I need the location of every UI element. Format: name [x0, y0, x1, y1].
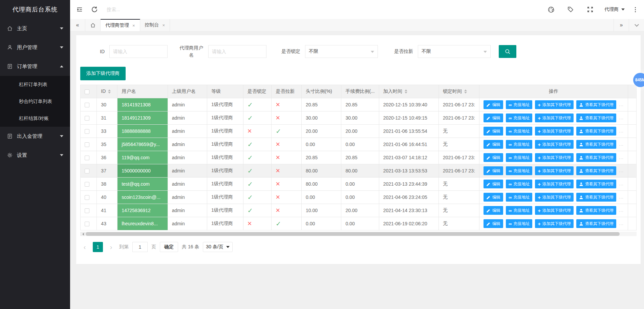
row-checkbox[interactable] — [85, 195, 89, 200]
action-link-button[interactable]: ∞充值地址 — [506, 114, 532, 122]
action-person-button[interactable]: 查看其下级代理 — [576, 100, 616, 109]
row-checkbox[interactable] — [85, 222, 89, 226]
action-pencil-button[interactable]: 编辑 — [484, 100, 503, 109]
action-plus-button[interactable]: +添加其下级代理 — [535, 219, 574, 228]
page-size-select[interactable]: 30 条/页 — [203, 242, 232, 252]
tabs-scroll-left-icon[interactable]: « — [70, 19, 85, 31]
more-actions-ellipsis[interactable]: ... — [619, 181, 624, 186]
pullnew-filter-select[interactable]: 不限 — [418, 45, 491, 58]
tab-home[interactable] — [85, 19, 101, 31]
close-icon[interactable]: × — [163, 23, 165, 27]
action-person-button[interactable]: 查看其下级代理 — [576, 219, 616, 228]
more-actions-ellipsis[interactable]: ... — [619, 128, 624, 133]
action-person-button[interactable]: 查看其下级代理 — [576, 127, 616, 136]
row-checkbox[interactable] — [85, 103, 89, 107]
lock-filter-select[interactable]: 不限 — [305, 45, 378, 58]
row-checkbox[interactable] — [85, 116, 89, 121]
user-menu[interactable]: 代理商 — [602, 6, 627, 13]
tab-0[interactable]: 代理商管理× — [101, 19, 140, 31]
action-link-button[interactable]: ∞充值地址 — [506, 219, 532, 228]
sidebar-item-0[interactable]: 主页 — [0, 19, 70, 38]
select-all-checkbox[interactable] — [85, 89, 89, 94]
tabs-scroll-right-icon[interactable]: » — [614, 19, 629, 31]
sidebar-item-2[interactable]: 订单管理 — [0, 57, 70, 76]
action-pencil-button[interactable]: 编辑 — [484, 153, 503, 162]
more-actions-ellipsis[interactable]: ... — [619, 168, 624, 173]
action-link-button[interactable]: ∞充值地址 — [506, 127, 532, 136]
action-person-button[interactable]: 查看其下级代理 — [576, 114, 616, 122]
theme-palette-icon[interactable] — [543, 0, 558, 19]
scrollbar-thumb[interactable] — [86, 232, 620, 236]
sort-icon[interactable] — [108, 88, 111, 95]
row-checkbox[interactable] — [85, 129, 89, 134]
action-link-button[interactable]: ∞充值地址 — [506, 100, 532, 109]
submenu-item[interactable]: 杠杆订单列表 — [0, 76, 70, 93]
next-page-button[interactable]: › — [107, 242, 115, 252]
action-link-button[interactable]: ∞充值地址 — [506, 153, 532, 162]
action-plus-button[interactable]: +添加其下级代理 — [535, 193, 574, 202]
row-checkbox[interactable] — [85, 182, 89, 187]
action-pencil-button[interactable]: 编辑 — [484, 140, 503, 149]
goto-page-input[interactable] — [132, 242, 148, 252]
sidebar-item-1[interactable]: 用户管理 — [0, 38, 70, 57]
more-actions-ellipsis[interactable]: ... — [619, 208, 624, 213]
more-actions-ellipsis[interactable]: ... — [619, 115, 624, 120]
more-actions-ellipsis[interactable]: ... — [619, 221, 624, 226]
action-pencil-button[interactable]: 编辑 — [484, 166, 503, 175]
action-plus-button[interactable]: +添加其下级代理 — [535, 180, 574, 188]
prev-page-button[interactable]: ‹ — [80, 242, 89, 252]
refresh-icon[interactable] — [87, 0, 102, 19]
more-actions-ellipsis[interactable]: ... — [619, 102, 624, 107]
action-plus-button[interactable]: +添加其下级代理 — [535, 100, 574, 109]
page-1-button[interactable]: 1 — [93, 242, 103, 252]
row-checkbox[interactable] — [85, 208, 89, 213]
close-icon[interactable]: × — [132, 23, 135, 28]
submenu-item[interactable]: 杠杆结算/对账 — [0, 110, 70, 127]
id-input[interactable] — [109, 45, 168, 58]
action-plus-button[interactable]: +添加其下级代理 — [535, 206, 574, 215]
action-pencil-button[interactable]: 编辑 — [484, 114, 503, 122]
action-plus-button[interactable]: +添加其下级代理 — [535, 140, 574, 149]
action-link-button[interactable]: ∞充值地址 — [506, 166, 532, 175]
row-checkbox[interactable] — [85, 156, 89, 160]
tag-icon[interactable] — [563, 0, 578, 19]
sidebar-item-3[interactable]: 出入金管理 — [0, 127, 70, 146]
agent-username-input[interactable] — [208, 45, 266, 58]
add-sub-agent-button[interactable]: 添加下级代理商 — [80, 67, 126, 80]
action-link-button[interactable]: ∞充值地址 — [506, 180, 532, 188]
action-plus-button[interactable]: +添加其下级代理 — [535, 166, 574, 175]
action-plus-button[interactable]: +添加其下级代理 — [535, 153, 574, 162]
collapse-sidebar-icon[interactable] — [72, 0, 87, 19]
sort-icon[interactable] — [464, 88, 467, 95]
action-pencil-button[interactable]: 编辑 — [484, 193, 503, 202]
horizontal-scrollbar[interactable] — [80, 232, 637, 236]
search-button[interactable] — [499, 45, 516, 58]
scroll-left-arrow-icon[interactable] — [80, 232, 85, 236]
action-person-button[interactable]: 查看其下级代理 — [576, 193, 616, 202]
action-pencil-button[interactable]: 编辑 — [484, 180, 503, 188]
action-link-button[interactable]: ∞充值地址 — [506, 206, 532, 215]
confirm-page-button[interactable]: 确定 — [160, 242, 178, 252]
row-checkbox[interactable] — [85, 142, 89, 147]
fullscreen-icon[interactable] — [583, 0, 598, 19]
tab-1[interactable]: 控制台× — [140, 19, 170, 31]
action-person-button[interactable]: 查看其下级代理 — [576, 206, 616, 215]
action-link-button[interactable]: ∞充值地址 — [506, 193, 532, 202]
more-actions-ellipsis[interactable]: ... — [619, 155, 624, 160]
action-link-button[interactable]: ∞充值地址 — [506, 140, 532, 149]
search-input[interactable] — [107, 7, 181, 12]
action-person-button[interactable]: 查看其下级代理 — [576, 140, 616, 149]
sort-icon[interactable] — [405, 88, 407, 95]
tabs-menu-icon[interactable] — [629, 19, 644, 31]
more-actions-ellipsis[interactable]: ... — [619, 142, 624, 147]
action-person-button[interactable]: 查看其下级代理 — [576, 153, 616, 162]
more-actions-ellipsis[interactable]: ... — [619, 194, 624, 200]
action-plus-button[interactable]: +添加其下级代理 — [535, 127, 574, 136]
submenu-item[interactable]: 秒合约订单列表 — [0, 93, 70, 110]
action-pencil-button[interactable]: 编辑 — [484, 206, 503, 215]
action-pencil-button[interactable]: 编辑 — [484, 127, 503, 136]
more-options-icon[interactable] — [631, 7, 639, 12]
row-checkbox[interactable] — [85, 169, 89, 173]
action-plus-button[interactable]: +添加其下级代理 — [535, 114, 574, 122]
action-person-button[interactable]: 查看其下级代理 — [576, 166, 616, 175]
